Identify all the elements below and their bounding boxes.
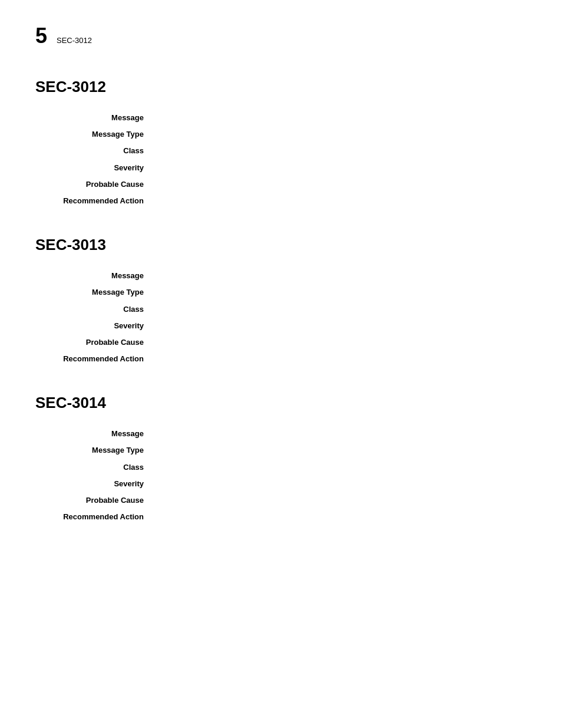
probable-cause-3014-label: Probable Cause xyxy=(35,495,153,506)
severity-3012-label: Severity xyxy=(35,163,153,173)
message-3014-label: Message xyxy=(35,429,153,439)
recommended-action-3013-label: Recommended Action xyxy=(35,354,153,364)
message-type-3014-label: Message Type xyxy=(35,445,153,456)
page-header: 5 SEC-3012 xyxy=(35,24,527,48)
probable-cause-3012-row: Probable Cause xyxy=(35,179,527,190)
message-3013-label: Message xyxy=(35,271,153,281)
severity-3013-label: Severity xyxy=(35,321,153,331)
page-chapter: SEC-3012 xyxy=(57,36,92,45)
recommended-action-3014-row: Recommended Action xyxy=(35,512,527,522)
severity-3013-row: Severity xyxy=(35,321,527,331)
probable-cause-3013-label: Probable Cause xyxy=(35,337,153,348)
recommended-action-3012-label: Recommended Action xyxy=(35,196,153,206)
message-3012-label: Message xyxy=(35,113,153,123)
entry-sec-3014-title: SEC-3014 xyxy=(35,394,527,412)
recommended-action-3012-row: Recommended Action xyxy=(35,196,527,206)
class-3012-label: Class xyxy=(35,146,153,156)
message-3014-row: Message xyxy=(35,429,527,439)
class-3013-label: Class xyxy=(35,304,153,315)
recommended-action-3013-row: Recommended Action xyxy=(35,354,527,364)
message-type-3014-row: Message Type xyxy=(35,445,527,456)
entry-sec-3012-title: SEC-3012 xyxy=(35,78,527,96)
entry-sec-3013-title: SEC-3013 xyxy=(35,236,527,254)
message-type-3013-label: Message Type xyxy=(35,287,153,298)
message-3013-row: Message xyxy=(35,271,527,281)
class-3014-row: Class xyxy=(35,462,527,473)
probable-cause-3013-row: Probable Cause xyxy=(35,337,527,348)
message-type-3013-row: Message Type xyxy=(35,287,527,298)
recommended-action-3014-label: Recommended Action xyxy=(35,512,153,522)
severity-3012-row: Severity xyxy=(35,163,527,173)
message-3012-row: Message xyxy=(35,113,527,123)
entry-sec-3012: SEC-3012MessageMessage TypeClassSeverity… xyxy=(35,78,527,206)
class-3013-row: Class xyxy=(35,304,527,315)
severity-3014-label: Severity xyxy=(35,479,153,489)
class-3014-label: Class xyxy=(35,462,153,473)
message-type-3012-row: Message Type xyxy=(35,129,527,140)
probable-cause-3014-row: Probable Cause xyxy=(35,495,527,506)
entries-container: SEC-3012MessageMessage TypeClassSeverity… xyxy=(35,78,527,522)
entry-sec-3014: SEC-3014MessageMessage TypeClassSeverity… xyxy=(35,394,527,522)
page-number: 5 xyxy=(35,24,47,48)
severity-3014-row: Severity xyxy=(35,479,527,489)
entry-sec-3013: SEC-3013MessageMessage TypeClassSeverity… xyxy=(35,236,527,364)
class-3012-row: Class xyxy=(35,146,527,156)
message-type-3012-label: Message Type xyxy=(35,129,153,140)
probable-cause-3012-label: Probable Cause xyxy=(35,179,153,190)
